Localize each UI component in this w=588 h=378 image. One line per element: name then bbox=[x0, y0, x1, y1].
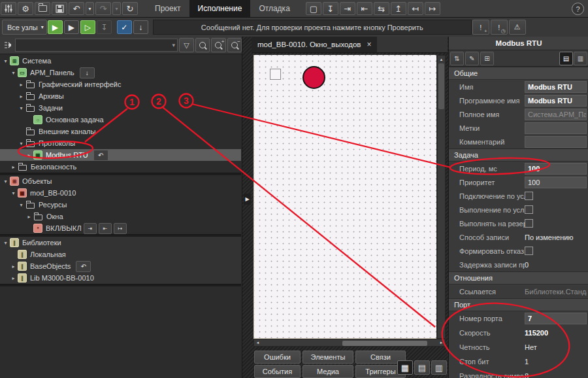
checkbox[interactable] bbox=[525, 247, 533, 255]
close-icon[interactable]: × bbox=[367, 40, 371, 49]
swap-branch-icon[interactable]: ⇆ bbox=[374, 2, 389, 15]
tree-item-security[interactable]: ▸ Безопасность bbox=[0, 161, 241, 173]
scrollbar-thumb[interactable] bbox=[438, 63, 444, 109]
expander-open-icon[interactable]: ▾ bbox=[18, 141, 25, 146]
checkbox[interactable] bbox=[525, 192, 533, 200]
tree-item-archives[interactable]: ▸ Архивы bbox=[0, 90, 241, 102]
open-folder-icon[interactable] bbox=[35, 2, 50, 15]
hierarchy-icon[interactable] bbox=[1, 39, 14, 52]
property-value-text[interactable]: 8 bbox=[525, 372, 587, 378]
collapse-branch-icon[interactable]: ⇤ bbox=[357, 2, 372, 15]
bottom-tab-errors[interactable]: Ошибки bbox=[254, 351, 301, 364]
tree-item-resources[interactable]: ▾ Ресурсы bbox=[0, 199, 241, 211]
run-node-button[interactable]: ▶ bbox=[64, 20, 79, 34]
bottom-tab-events[interactable]: События bbox=[254, 365, 301, 378]
binding-out-icon[interactable]: ⇤ bbox=[99, 223, 112, 234]
canvas-circle-element[interactable] bbox=[302, 66, 325, 89]
expander-open-icon[interactable]: ▾ bbox=[18, 202, 25, 208]
run-debug-button[interactable]: ▷ bbox=[80, 20, 95, 34]
jump-back-icon[interactable]: ↶ bbox=[93, 150, 108, 161]
search-input[interactable]: ▾ bbox=[15, 39, 178, 52]
tree-item-arm-panel[interactable]: ▾ ▭ АРМ_Панель ↓ bbox=[0, 67, 241, 78]
tree-item-modbus-rtu[interactable]: ▸ ▦ Modbus RTU ↶ bbox=[0, 149, 241, 161]
search-icon[interactable] bbox=[195, 38, 210, 52]
expander-open-icon[interactable]: ▾ bbox=[2, 179, 9, 184]
expander-open-icon[interactable]: ▾ bbox=[2, 240, 9, 246]
tree-item-windows[interactable]: ▸ Окна bbox=[0, 211, 241, 222]
property-value-text[interactable]: 0 bbox=[525, 261, 587, 269]
add-message-icon[interactable]: ! + bbox=[472, 20, 489, 35]
property-value-input[interactable] bbox=[525, 136, 587, 148]
recent-messages-icon[interactable]: ! ◷ bbox=[491, 20, 508, 35]
property-value-input[interactable]: 100 bbox=[525, 177, 587, 188]
expander-closed-icon[interactable]: ▸ bbox=[18, 94, 25, 99]
save-icon[interactable] bbox=[52, 2, 67, 15]
search-next-icon[interactable]: + bbox=[211, 38, 225, 52]
bottom-tab-media[interactable]: Медиа bbox=[302, 365, 353, 378]
bottom-tab-elements[interactable]: Элементы bbox=[302, 351, 353, 364]
undo-dropdown-icon[interactable]: ▾ bbox=[86, 2, 94, 15]
tab-debug[interactable]: Отладка bbox=[250, 0, 298, 17]
section-relations[interactable]: Отношения bbox=[449, 271, 588, 284]
property-value-text[interactable]: 1 bbox=[525, 358, 587, 366]
expander-open-icon[interactable]: ▾ bbox=[10, 70, 17, 76]
align-top-icon[interactable]: ↥ bbox=[391, 2, 406, 15]
design-canvas[interactable] bbox=[253, 55, 436, 339]
nodes-dropdown[interactable]: Все узлы ▾ bbox=[2, 20, 47, 35]
load-check-button[interactable]: ↓ bbox=[133, 20, 148, 34]
property-value-text[interactable]: 115200 bbox=[525, 329, 587, 337]
tree-item-system[interactable]: ▾ ⊞ Система bbox=[0, 55, 241, 67]
expander-open-icon[interactable]: ▾ bbox=[10, 190, 17, 196]
expander-open-icon[interactable]: ▾ bbox=[18, 105, 25, 111]
expander-closed-icon[interactable]: ▸ bbox=[25, 152, 33, 158]
vertical-scrollbar[interactable]: ▴ bbox=[437, 55, 446, 339]
checkbox[interactable] bbox=[525, 219, 533, 228]
binding-in-icon[interactable]: ⇥ bbox=[84, 223, 97, 234]
filter-properties-icon[interactable]: ✎ bbox=[465, 52, 479, 65]
view-grid-icon[interactable]: ▦ bbox=[397, 360, 413, 375]
tree-item-local-library[interactable]: ∥ Локальная bbox=[0, 249, 241, 260]
expander-closed-icon[interactable]: ▸ bbox=[18, 82, 25, 88]
tree-item-on-off[interactable]: * ВКЛ/ВЫКЛ ⇥ ⇤ ↦ bbox=[0, 222, 241, 234]
run-all-button[interactable]: ▶ bbox=[48, 20, 63, 34]
binding-link-icon[interactable]: ↦ bbox=[114, 223, 127, 234]
undo-icon[interactable]: ↶ bbox=[69, 2, 84, 15]
verify-project-button[interactable]: ✓ bbox=[117, 20, 132, 34]
checkbox[interactable] bbox=[525, 205, 533, 214]
tree-item-objects[interactable]: ▾ ⊞ Объекты bbox=[0, 175, 241, 187]
view-stacked-icon[interactable]: ▤ bbox=[559, 52, 573, 65]
tree-item-main-task[interactable]: ○ Основная задача bbox=[0, 114, 241, 126]
property-value-text[interactable]: По изменению bbox=[525, 233, 587, 241]
property-value-input[interactable]: Modbus RTU bbox=[525, 95, 587, 107]
property-value-input[interactable]: 7 bbox=[525, 313, 587, 324]
tree-item-protocols[interactable]: ▾ Протоколы bbox=[0, 137, 241, 149]
property-value-input[interactable]: Modbus RTU bbox=[525, 81, 587, 93]
section-general[interactable]: Общие bbox=[449, 67, 588, 80]
download-button[interactable]: ↧ bbox=[97, 20, 112, 34]
view-columns-icon[interactable]: ▥ bbox=[431, 360, 447, 375]
chevron-down-icon[interactable]: ▾ bbox=[172, 42, 176, 48]
property-value-text[interactable]: Нет bbox=[525, 343, 587, 351]
warnings-filter-icon[interactable]: ⚠ bbox=[509, 20, 526, 35]
view-rows-icon[interactable]: ▤ bbox=[414, 360, 430, 375]
tree-item-baseobjects[interactable]: ▸ ∥ BaseObjects ↶ bbox=[0, 260, 241, 272]
scroll-right-icon[interactable]: ▸ bbox=[438, 340, 445, 345]
search-prev-icon[interactable]: − bbox=[227, 38, 242, 52]
scrollbar-thumb[interactable] bbox=[342, 341, 427, 346]
expander-closed-icon[interactable]: ▸ bbox=[10, 275, 17, 281]
sort-properties-icon[interactable]: ⇅ bbox=[450, 52, 464, 65]
project-settings-icon[interactable]: ⚙ bbox=[18, 2, 33, 15]
expander-closed-icon[interactable]: ▸ bbox=[25, 214, 33, 220]
snap-left-icon[interactable]: ↤ bbox=[408, 2, 423, 15]
tree-item-graphic-interface[interactable]: ▸ Графический интерфейс bbox=[0, 78, 241, 90]
frame-select-icon[interactable]: ▢ bbox=[306, 2, 321, 15]
settings-sliders-icon[interactable] bbox=[1, 2, 16, 15]
tree-item-tasks[interactable]: ▾ Задачи bbox=[0, 102, 241, 114]
tab-execution[interactable]: Исполнение bbox=[189, 0, 251, 17]
tree-item-libraries[interactable]: ▾ ∥ Библиотеки bbox=[0, 237, 241, 249]
property-value-input[interactable]: 100 bbox=[525, 163, 587, 175]
scroll-left-icon[interactable]: ◂ bbox=[254, 340, 261, 345]
tab-project[interactable]: Проект bbox=[146, 0, 189, 17]
expand-branch-icon[interactable]: ⇥ bbox=[340, 2, 355, 15]
expander-open-icon[interactable]: ▾ bbox=[2, 58, 9, 64]
